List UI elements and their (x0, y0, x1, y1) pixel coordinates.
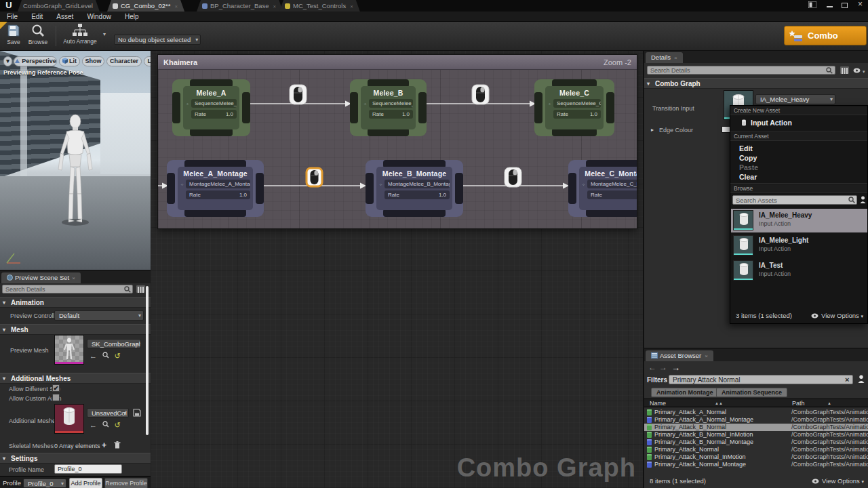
window-maximize-icon[interactable] (842, 3, 848, 11)
menu-item-edit[interactable]: Edit (730, 144, 867, 153)
person-icon[interactable] (860, 196, 866, 203)
tab-cg-combo-02[interactable]: CG_Combo_02**× (107, 0, 184, 12)
tab-close-icon[interactable]: × (174, 3, 178, 9)
section-combo-graph[interactable]: ▾Combo Graph (644, 78, 868, 89)
transition-mouse-icon[interactable] (471, 84, 490, 105)
menu-file[interactable]: File (0, 12, 24, 22)
preview-controller-dropdown[interactable]: Default▾ (54, 310, 144, 321)
asset-list-item-ia-melee-heavy[interactable]: IA_Melee_Heavy Input Action (731, 209, 867, 232)
menu-edit[interactable]: Edit (24, 12, 50, 22)
lod-button[interactable]: LOD (144, 56, 151, 66)
window-close-icon[interactable]: × (858, 0, 863, 8)
combo-graph-canvas[interactable]: Combo Graph Khaimera Zoom -2 (151, 51, 643, 488)
graph-node-melee-b[interactable]: Melee_B ⁘SequenceMelee_B Rate1.0 (350, 79, 427, 136)
graph-node-melee-c[interactable]: Melee_C ⁘SequenceMelee_C Rate1.0 (534, 79, 614, 136)
asset-list-item-ia-test[interactable]: IA_Test Input Action (731, 259, 867, 283)
perspective-button[interactable]: Perspective (14, 56, 57, 66)
add-profile-button[interactable]: Add Profile (69, 478, 102, 488)
transition-mouse-icon-selected[interactable] (305, 167, 323, 188)
graph-node-melee-a[interactable]: Melee_A ⁘SequenceMelee_A Rate1.0 (172, 79, 250, 136)
viewport-options-dropdown[interactable]: ▾ (3, 56, 12, 66)
use-selected-icon[interactable]: ← (90, 421, 97, 429)
history-forward-icon[interactable]: → (659, 363, 667, 372)
reset-to-default-icon[interactable]: ↺ (115, 352, 121, 360)
debug-object-selector[interactable]: No debug object selected▾ (114, 35, 201, 45)
table-header[interactable]: Name ▲▲ Path ▲ (644, 399, 868, 407)
menu-asset[interactable]: Asset (50, 12, 80, 22)
asset-row[interactable]: Primary_Attack_B_Normal_InMotion/ComboGr… (644, 431, 868, 439)
section-mesh[interactable]: ▾Mesh (0, 324, 151, 335)
asset-row[interactable]: Primary_Attack_A_Normal/ComboGraphTests/… (644, 409, 868, 416)
clear-search-icon[interactable]: × (845, 375, 849, 384)
find-in-browser-icon[interactable] (102, 352, 109, 359)
filter-chip-animation-sequence[interactable]: Animation Sequence (716, 388, 787, 397)
add-element-icon[interactable]: + (102, 441, 106, 450)
menu-item-clear[interactable]: Clear (730, 172, 867, 182)
asset-row[interactable]: Primary_Attack_Normal_InMotion/ComboGrap… (644, 453, 868, 461)
tab-close-icon[interactable]: × (705, 353, 708, 359)
view-options-button[interactable]: View Options ▾ (812, 477, 864, 485)
column-settings-icon[interactable] (136, 285, 146, 293)
graph-node-melee-a-montage[interactable]: Melee_A_Montage ⁘MontageMelee_A_Montage … (167, 160, 264, 217)
save-asset-icon[interactable] (133, 409, 141, 417)
tab-combograph-gridlevel[interactable]: ComboGraph_GridLevel (18, 0, 100, 12)
tab-close-icon[interactable]: × (72, 275, 75, 281)
use-selected-icon[interactable]: ← (90, 352, 97, 360)
tab-close-icon[interactable]: × (350, 3, 353, 9)
preview-mesh-thumbnail[interactable] (54, 335, 84, 365)
go-forward-icon[interactable]: → (671, 363, 680, 373)
search-assets-input[interactable] (732, 195, 857, 205)
asset-row-selected[interactable]: Primary_Attack_B_Normal/ComboGraphTests/… (644, 424, 868, 431)
expand-arrow-icon[interactable]: ▸ (651, 127, 654, 133)
menu-help[interactable]: Help (118, 12, 146, 22)
menu-window[interactable]: Window (80, 12, 118, 22)
transition-input-dropdown[interactable]: IA_Melee_Heavy▾ (755, 94, 835, 104)
menu-item-paste[interactable]: Paste (730, 163, 867, 172)
search-details-input[interactable] (2, 285, 133, 293)
search-details-input[interactable] (647, 66, 835, 75)
asset-row[interactable]: Primary_Attack_A_Normal_Montage/ComboGra… (644, 416, 868, 424)
section-settings[interactable]: ▾Settings (0, 453, 151, 464)
column-settings-icon[interactable] (840, 66, 850, 75)
filters-dropdown[interactable]: Filters ▾ (647, 376, 671, 384)
combo-graph-button[interactable]: Combo Graph (784, 26, 867, 45)
remove-profile-button[interactable]: Remove Profile (104, 478, 148, 488)
view-options-button[interactable]: View Options ▾ (811, 312, 863, 319)
tab-asset-browser[interactable]: Asset Browser× (646, 350, 713, 361)
tab-preview-scene-set[interactable]: Preview Scene Set× (1, 272, 81, 283)
filter-chip-animation-montage[interactable]: Animation Montage (651, 388, 719, 397)
auto-arrange-button[interactable]: Auto Arrange (60, 24, 100, 45)
asset-list-item-ia-melee-light[interactable]: IA_Melee_Light Input Action (731, 234, 867, 258)
transition-mouse-icon[interactable] (289, 84, 307, 105)
khaimera-graph-window[interactable]: Khaimera Zoom -2 Melee_A ⁘SequenceM (157, 54, 637, 229)
additional-meshes-thumbnail[interactable] (54, 404, 84, 434)
graph-node-melee-c-montage[interactable]: Melee_C_Montage ⁘MontageMelee_C_Montage … (568, 160, 637, 217)
browse-button[interactable]: Browse (26, 24, 50, 45)
additional-meshes-dropdown[interactable]: UnsavedCol▾ (87, 408, 129, 418)
asset-row[interactable]: Primary_Attack_Normal/ComboGraphTests/An… (644, 446, 868, 453)
asset-row[interactable]: Primary_Attack_Normal_Montage/ComboGraph… (644, 461, 868, 468)
scrollbar[interactable] (146, 286, 149, 435)
column-header-path[interactable]: Path (792, 399, 805, 408)
character-button[interactable]: Character (106, 56, 142, 66)
graph-window-header[interactable]: Khaimera Zoom -2 (158, 55, 637, 70)
transition-mouse-icon[interactable] (504, 167, 522, 188)
trash-icon[interactable] (114, 441, 121, 449)
lit-button[interactable]: Lit (59, 56, 80, 66)
reset-to-default-icon[interactable]: ↺ (115, 421, 121, 429)
asset-search-input[interactable] (669, 375, 853, 384)
allow-different-skeleton-checkbox[interactable]: ✔ (52, 384, 60, 392)
graph-node-melee-b-montage[interactable]: Melee_B_Montage ⁘MontageMelee_B_Montage … (366, 160, 463, 217)
layout-icon[interactable] (808, 1, 816, 9)
allow-custom-anim-checkbox[interactable] (52, 394, 60, 401)
save-button[interactable]: Save (3, 24, 24, 45)
find-in-browser-icon[interactable] (102, 421, 109, 428)
tab-close-icon[interactable]: × (674, 55, 677, 61)
person-icon[interactable] (858, 375, 865, 383)
preview-mesh-dropdown[interactable]: SK_ComboGraphT▾ (87, 339, 141, 348)
show-button[interactable]: Show (82, 56, 104, 66)
column-header-name[interactable]: Name (650, 399, 666, 408)
tab-details[interactable]: Details× (646, 52, 683, 63)
view-filter-eye-icon[interactable]: ▾ (853, 67, 865, 75)
profile-dropdown[interactable]: Profile_0▾ (23, 479, 66, 488)
